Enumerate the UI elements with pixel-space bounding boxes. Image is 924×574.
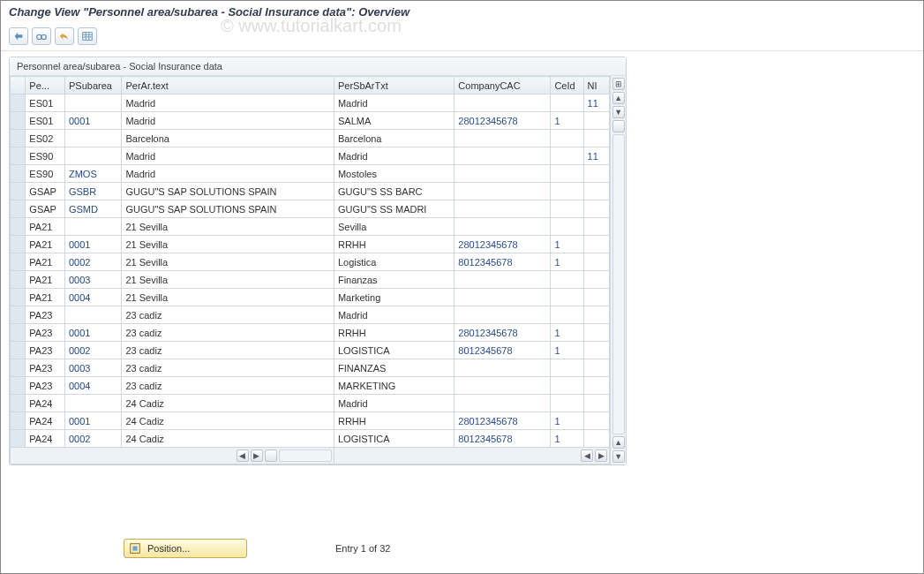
cell-companycac[interactable] xyxy=(454,165,551,183)
cell-ceid[interactable] xyxy=(551,359,583,377)
cell-companycac[interactable]: 28012345678 xyxy=(454,324,551,342)
cell-persbartxt[interactable]: Marketing xyxy=(334,289,454,306)
cell-psub[interactable]: 0002 xyxy=(64,342,121,359)
cell-companycac[interactable] xyxy=(454,377,551,395)
cell-pe[interactable]: PA21 xyxy=(26,218,65,236)
cell-ceid[interactable] xyxy=(551,200,583,218)
cell-pe[interactable]: GSAP xyxy=(26,200,65,218)
col-persbartxt-header[interactable]: PerSbArTxt xyxy=(334,77,454,94)
cell-psub[interactable]: 0001 xyxy=(64,236,121,253)
cell-persbartxt[interactable]: GUGU"S SS BARC xyxy=(334,183,454,200)
cell-ni[interactable] xyxy=(583,253,610,271)
row-selector[interactable] xyxy=(11,130,26,147)
cell-peratext[interactable]: GUGU"S SAP SOLUTIONS SPAIN xyxy=(122,183,334,200)
cell-ni[interactable] xyxy=(583,412,610,430)
row-selector[interactable] xyxy=(11,147,26,165)
cell-persbartxt[interactable]: Madrid xyxy=(334,395,454,412)
cell-psub[interactable]: 0003 xyxy=(64,359,121,377)
cell-persbartxt[interactable]: Mostoles xyxy=(334,165,454,183)
cell-ceid[interactable]: 1 xyxy=(551,112,583,130)
cell-pe[interactable]: PA21 xyxy=(26,271,65,289)
row-selector[interactable] xyxy=(11,271,26,289)
cell-peratext[interactable]: 21 Sevilla xyxy=(122,253,334,271)
cell-peratext[interactable]: 24 Cadiz xyxy=(122,430,334,448)
cell-companycac[interactable]: 28012345678 xyxy=(454,412,551,430)
row-selector[interactable] xyxy=(11,359,26,377)
table-row[interactable]: GSAPGSMDGUGU"S SAP SOLUTIONS SPAINGUGU"S… xyxy=(11,200,610,218)
table-row[interactable]: PA2121 SevillaSevilla xyxy=(11,218,610,236)
cell-companycac[interactable] xyxy=(454,271,551,289)
cell-pe[interactable]: PA23 xyxy=(26,342,65,359)
cell-pe[interactable]: PA24 xyxy=(26,395,65,412)
cell-pe[interactable]: PA23 xyxy=(26,377,65,395)
cell-persbartxt[interactable]: Madrid xyxy=(334,147,454,165)
cell-peratext[interactable]: 23 cadiz xyxy=(122,377,334,395)
cell-pe[interactable]: PA24 xyxy=(26,412,65,430)
cell-peratext[interactable]: 23 cadiz xyxy=(122,359,334,377)
cell-psub[interactable] xyxy=(64,130,121,147)
cell-pe[interactable]: ES01 xyxy=(26,94,65,112)
col-peratext-header[interactable]: PerAr.text xyxy=(122,77,334,94)
table-row[interactable]: ES90MadridMadrid11 xyxy=(11,147,610,165)
cell-psub[interactable]: 0001 xyxy=(64,412,121,430)
cell-ceid[interactable]: 1 xyxy=(551,412,583,430)
cell-psub[interactable] xyxy=(64,218,121,236)
col-pe-header[interactable]: Pe... xyxy=(26,77,65,94)
table-row[interactable]: PA21000321 SevillaFinanzas xyxy=(11,271,610,289)
cell-psub[interactable]: GSBR xyxy=(64,183,121,200)
cell-psub[interactable] xyxy=(64,94,121,112)
cell-companycac[interactable]: 8012345678 xyxy=(454,253,551,271)
row-selector[interactable] xyxy=(11,377,26,395)
vscroll-down[interactable]: ▼ xyxy=(612,106,625,118)
cell-ni[interactable] xyxy=(583,342,610,359)
cell-peratext[interactable]: 21 Sevilla xyxy=(122,236,334,253)
cell-ni[interactable] xyxy=(583,359,610,377)
cell-persbartxt[interactable]: Logistica xyxy=(334,253,454,271)
cell-persbartxt[interactable]: MARKETING xyxy=(334,377,454,395)
table-row[interactable]: PA21000121 SevillaRRHH280123456781 xyxy=(11,236,610,253)
cell-psub[interactable] xyxy=(64,147,121,165)
cell-pe[interactable]: ES01 xyxy=(26,112,65,130)
cell-persbartxt[interactable]: FINANZAS xyxy=(334,359,454,377)
cell-companycac[interactable]: 28012345678 xyxy=(454,112,551,130)
col-psub-header[interactable]: PSubarea xyxy=(64,77,121,94)
cell-ni[interactable] xyxy=(583,324,610,342)
cell-pe[interactable]: PA21 xyxy=(26,236,65,253)
cell-ceid[interactable] xyxy=(551,395,583,412)
cell-psub[interactable] xyxy=(64,306,121,324)
table-row[interactable]: PA23000323 cadizFINANZAS xyxy=(11,359,610,377)
vscroll-up-2[interactable]: ▲ xyxy=(612,436,625,449)
table-row[interactable]: PA23000423 cadizMARKETING xyxy=(11,377,610,395)
table-row[interactable]: PA21000221 SevillaLogistica80123456781 xyxy=(11,253,610,271)
cell-ni[interactable] xyxy=(583,130,610,147)
cell-pe[interactable]: GSAP xyxy=(26,183,65,200)
cell-companycac[interactable] xyxy=(454,130,551,147)
cell-psub[interactable]: 0001 xyxy=(64,324,121,342)
table-row[interactable]: ES90ZMOSMadridMostoles xyxy=(11,165,610,183)
cell-persbartxt[interactable]: Madrid xyxy=(334,306,454,324)
cell-psub[interactable]: GSMD xyxy=(64,200,121,218)
cell-ceid[interactable] xyxy=(551,289,583,306)
cell-ni[interactable] xyxy=(583,218,610,236)
cell-persbartxt[interactable]: LOGISTICA xyxy=(334,342,454,359)
cell-psub[interactable]: ZMOS xyxy=(64,165,121,183)
cell-ni[interactable] xyxy=(583,200,610,218)
hscroll-left-2[interactable]: ◀ xyxy=(581,449,593,462)
position-button[interactable]: Position... xyxy=(124,539,247,558)
cell-ni[interactable] xyxy=(583,112,610,130)
row-selector[interactable] xyxy=(11,430,26,448)
table-settings-button[interactable] xyxy=(78,27,97,45)
hscroll-right-1[interactable]: ▶ xyxy=(251,449,263,462)
vscroll-thumb[interactable] xyxy=(612,120,625,132)
cell-companycac[interactable] xyxy=(454,306,551,324)
cell-persbartxt[interactable]: RRHH xyxy=(334,412,454,430)
cell-ceid[interactable] xyxy=(551,130,583,147)
cell-pe[interactable]: ES90 xyxy=(26,147,65,165)
cell-pe[interactable]: PA21 xyxy=(26,253,65,271)
cell-ni[interactable] xyxy=(583,289,610,306)
cell-ceid[interactable] xyxy=(551,306,583,324)
table-row[interactable]: ES01MadridMadrid11 xyxy=(11,94,610,112)
cell-pe[interactable]: ES02 xyxy=(26,130,65,147)
cell-peratext[interactable]: 23 cadiz xyxy=(122,342,334,359)
cell-ceid[interactable] xyxy=(551,218,583,236)
